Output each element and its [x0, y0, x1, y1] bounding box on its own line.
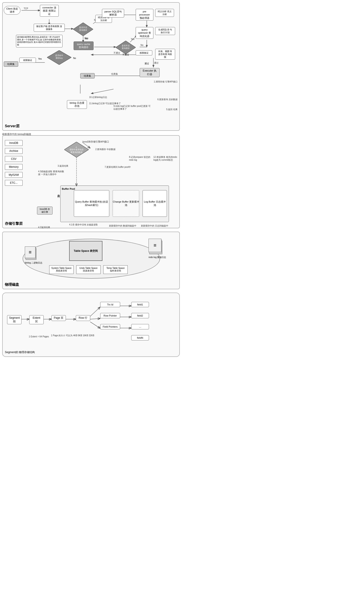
note11-annot: 11.binlog已记录 可以提交事务了: [89, 102, 125, 105]
api1-annot: 1.调用存储 引擎API接口: [154, 80, 178, 83]
verify-box: 验证客户端 是否有权限 连接服务: [34, 24, 65, 32]
field2-box: field2: [131, 313, 149, 318]
engine-myisam: MyISAM: [5, 172, 23, 178]
yes-label-3: Yes: [38, 58, 42, 60]
note12-annot: 12.将该事务 相关的redo log改为 commit状态: [153, 156, 178, 161]
gen-plan-box: 生成SQL语 句执行计划: [155, 27, 175, 35]
parser-box: parser SQL语句解析器: [102, 9, 124, 18]
svg-text:缓存key: 缓存key: [56, 57, 63, 59]
disk-layer: 物理磁盘 ≡ binlog 二进制日志 Table Space 表空间 ≡: [2, 232, 180, 289]
flush-log-annot: 刷新缓存中的 日志到磁盘中: [141, 224, 168, 227]
server-flow-svg: TCP No Yes Yes No: [3, 3, 182, 130]
no-label-3: No: [73, 57, 76, 59]
svg-text:No: No: [140, 44, 143, 46]
trx-id-box: Trx Id: [100, 302, 120, 307]
executer-box: Executer 执行器: [140, 68, 160, 77]
svg-line-45: [90, 322, 100, 328]
privilege-check2: 权限验证: [136, 50, 152, 55]
flush-data-annot: 刷新缓存中的 数据到磁盘中: [109, 224, 136, 227]
note43-annot: 4.3把磁盘读取 要查询的数据 一并放入缓存中: [38, 170, 65, 176]
main-wrapper: Server层 TCP No Yes Yes: [0, 0, 182, 361]
result-set1: 结果集: [4, 61, 18, 67]
note7-annot: 7.更新结果到 buffer pool中: [105, 166, 131, 168]
storage-layer-label: 存储引擎层: [5, 221, 23, 226]
segment-footer-label: Segment的 物理存储结构: [5, 350, 35, 354]
note8-annot: 8.记录prepare 状态的redo log: [129, 156, 151, 161]
svg-text:缓存中是否包含: 缓存中是否包含: [70, 149, 84, 151]
engine-memory: Memory: [5, 164, 23, 170]
fieldn-box: fieldN: [131, 335, 149, 340]
redo-log-area: ≡ redo log 重做日志: [149, 239, 166, 259]
view-check-box: 对表、视图 等是否有查 询权限: [155, 49, 175, 60]
svg-line-43: [90, 307, 100, 316]
page-box: Page 页: [52, 315, 66, 321]
note5-annot: 5.返回 结果: [166, 108, 178, 111]
storage-layer: 存储引擎层 InnoDB 存储引擎 InnoDB Archive CSV Mem…: [2, 135, 180, 228]
field-pointers-box: Field Pointers: [100, 324, 120, 329]
client-box: Client 发起请求: [4, 6, 20, 15]
segment-box: Segment 段: [7, 315, 21, 324]
binlog-area: ≡ binlog 二进制日志: [25, 247, 42, 264]
cache-tip-box: 该功能比较薄弱,两次SQL必须完全一样 才会命中缓存,多一个空格都不可以,如 过…: [16, 35, 63, 47]
note9-annot: 9.redo log已记录 buffer pool已更新 可以提交事务了: [114, 105, 151, 110]
svg-text:TCP: TCP: [24, 7, 28, 10]
inner-mem-label: 内 存 构: [55, 192, 60, 194]
svg-text:是否开启: 是否开启: [79, 26, 87, 29]
row-pointer-box: Row Pointer: [100, 313, 120, 318]
privilege-check1: 权限验证: [19, 58, 36, 63]
buffer-pool-area: Buffer Pool Query Buffer 查询缓冲池 (自适应hash索…: [60, 185, 169, 222]
connecter-box: connecter 连接器 权限认证: [40, 5, 59, 17]
note41-annot: 4.1否 缓存中没有 从磁盘读取: [69, 223, 98, 226]
table-space-area: Table Space 表空间: [69, 241, 102, 261]
diamond4: 4. 缓存中是否包含 要查询的数据: [64, 142, 89, 157]
note10-annot: 10.记录binlog日志: [89, 96, 107, 99]
optimizer-box: query optimizer 查询优化器: [136, 27, 153, 39]
svg-text:查询缓存: 查询缓存: [79, 29, 87, 31]
disk-layer-label: 物理磁盘: [5, 282, 19, 287]
extent-box: Extent 区: [29, 315, 44, 324]
engine-list: InnoDB Archive CSV Memory MyISAM ETC...: [5, 140, 23, 187]
note42-annot: 4.2返回结果: [38, 226, 50, 229]
svg-text:Yes: Yes: [131, 38, 134, 40]
engine-archive: Archive: [5, 148, 23, 154]
no-pass-label: 不通过: [122, 53, 129, 56]
note6-annot: 6.更新查询 后的数据: [157, 98, 178, 101]
result-set2: 结果集: [80, 73, 95, 78]
diamond3: 是否命中 缓存key: [47, 50, 71, 65]
change-buffer-box: Change Buffer 更新缓冲池: [113, 190, 139, 217]
innodb-engine-label: InnoDB 存储引擎: [37, 207, 53, 215]
semantic-box: 词义分析 语义分析: [155, 9, 174, 17]
row-box: Row 行: [76, 315, 90, 321]
svg-text:通过: 通过: [154, 62, 159, 64]
server-layer-label: Server层: [5, 124, 20, 129]
buffer-pool-label: Buffer Pool: [62, 188, 75, 190]
log-buffer-box: Log Buffer 日志缓冲池: [142, 190, 167, 217]
query-cache-box: query cache 查询缓存: [74, 42, 94, 50]
svg-text:查询缓存: 查询缓存: [122, 47, 130, 49]
diamond2: 是否开启 查询缓存: [116, 41, 136, 54]
svg-text:4.: 4.: [75, 146, 77, 148]
ellipsis-box: ...: [131, 324, 149, 329]
svg-text:是否命中: 是否命中: [55, 54, 63, 56]
engine-innodb: InnoDB: [5, 140, 23, 146]
extent-note: 1 Extent = 64 Pages: [29, 335, 49, 338]
binlog-pool-box: binlog 日志缓存池: [67, 100, 87, 109]
yes-label-1: Yes: [85, 37, 88, 39]
query-buffer-box: Query Buffer 查询缓冲池 (自适应hash索引): [74, 190, 109, 217]
engine-etc: ETC...: [5, 180, 23, 186]
segment-layer: Segment的 物理存储结构 Segment 段 Extent 区 Page …: [2, 293, 180, 357]
preprocessor-box: pre processer 预处理器: [136, 9, 153, 21]
server-layer: Server层 TCP No Yes Yes: [2, 2, 180, 131]
note3-annot: 3.返回结果: [58, 164, 68, 167]
svg-text:要查询的数据: 要查询的数据: [71, 151, 83, 153]
sub-tablespaces: System Table Space 系统表空间 Undo Table Spac…: [49, 265, 128, 274]
segment-flow-svg: [3, 293, 182, 357]
note2-annot: 2.查询缓存 中的数据: [95, 148, 116, 151]
diamond1: 是否开启 查询缓存: [73, 23, 93, 36]
svg-text:结果集: 结果集: [111, 73, 118, 75]
page-size-note: 1 Page 的大小 可以为 4KB 8KB 16KB 32KB: [51, 334, 94, 337]
svg-text:是否开启: 是否开启: [122, 44, 130, 47]
svg-line-24: [91, 89, 114, 94]
field1-box: field1: [131, 302, 149, 307]
svg-line-44: [90, 319, 100, 319]
